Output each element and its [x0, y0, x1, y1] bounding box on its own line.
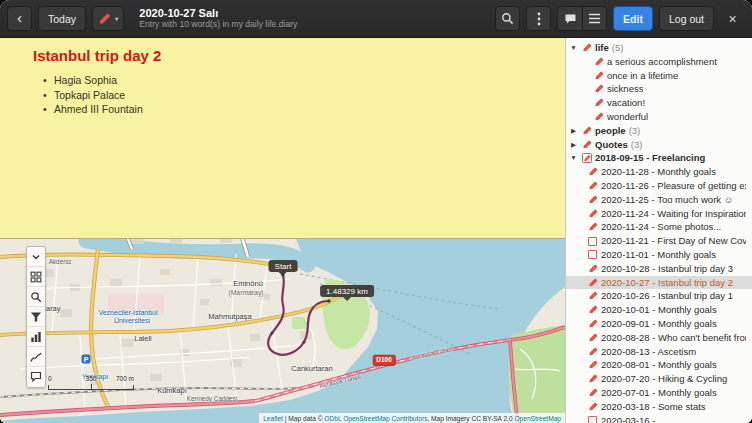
tree-row-count: (3) [631, 138, 643, 152]
tree-row-label: 2018-09-15 - Freelancing [595, 151, 705, 165]
entry-type-icon [587, 401, 598, 412]
tree-row-label: 2020-11-26 - Pleasure of getting exac... [601, 179, 746, 193]
tree-row[interactable]: 2020-10-27 - Istanbul trip day 2 [566, 276, 752, 290]
tree-row[interactable]: 2020-03-16 - ... [566, 414, 752, 423]
parking-icon: P [82, 355, 91, 364]
window-subtitle: Entry with 10 word(s) in my daily life.d… [139, 20, 297, 30]
entry-bullet-item: Ahmed III Fountain [43, 102, 549, 117]
map-panel[interactable]: AkdenizEminönü(Marmaray)MahmutpaşaVeznec… [0, 238, 565, 423]
expander-icon[interactable]: ▼ [569, 151, 578, 165]
attribution-segment[interactable]: ODbL OpenStreetMap Contributors [324, 415, 427, 422]
main-menu-button[interactable] [582, 6, 607, 31]
kebab-menu-button[interactable] [526, 6, 551, 31]
layers-grid-icon [30, 271, 42, 283]
chevron-down-icon [30, 251, 42, 263]
entry-type-icon [587, 167, 598, 178]
tree-row-label: vacation! [607, 96, 645, 110]
tree-row[interactable]: ▶ Quotes (3) [566, 138, 752, 152]
elevation-profile-button[interactable] [27, 347, 45, 367]
map-attribution: Leaflet | Map data © ODbL OpenStreetMap … [259, 413, 565, 423]
curve-icon [30, 351, 42, 363]
tree-row-label: 2020-11-24 - Waiting for Inspiration... [601, 207, 746, 221]
sidebar-tree[interactable]: ▼ life (5) a serious accomplishment once… [565, 38, 752, 423]
layers-button[interactable] [27, 267, 45, 287]
tree-row[interactable]: 2020-08-01 - Monthly goals [566, 358, 752, 372]
entry-bullet-item: Hagia Sophia [43, 73, 549, 88]
tree-row[interactable]: 2020-10-28 - Istanbul trip day 3 [566, 262, 752, 276]
entry-type-icon [587, 332, 598, 343]
attribution-segment[interactable]: Leaflet [263, 415, 283, 422]
close-window-button[interactable]: × [720, 6, 745, 31]
back-button[interactable]: ‹ [7, 6, 32, 31]
edit-label: Edit [623, 13, 643, 25]
tree-row[interactable]: sickness [566, 82, 752, 96]
search-button[interactable] [495, 6, 520, 31]
tree-row[interactable]: wonderful [566, 110, 752, 124]
speech-bubble-icon [30, 371, 42, 383]
tree-row[interactable]: 2020-11-24 - Waiting for Inspiration... [566, 207, 752, 221]
tree-row[interactable]: 2020-11-01 - Monthly goals [566, 248, 752, 262]
entry-type-icon [587, 263, 598, 274]
tree-row[interactable]: ▶ people (3) [566, 124, 752, 138]
tree-row-label: once in a lifetime [607, 69, 678, 83]
attribution-segment[interactable]: , Map Imagery CC BY-SA 2.0 [427, 415, 514, 422]
logout-button[interactable]: Log out [659, 6, 714, 31]
tree-row[interactable]: 2020-11-21 - First Day of New Covid R... [566, 234, 752, 248]
attribution-segment[interactable]: | Map data © [283, 415, 324, 422]
tree-row[interactable]: once in a lifetime [566, 69, 752, 83]
back-icon: ‹ [17, 10, 22, 25]
comment-map-button[interactable] [27, 367, 45, 387]
tree-row[interactable]: 2020-07-01 - Monthly goals [566, 386, 752, 400]
tree-row[interactable]: 2020-08-28 - Who can't benefit from ... [566, 331, 752, 345]
collapse-map-button[interactable] [27, 247, 45, 267]
left-pane: Istanbul trip day 2 Hagia SophiaTopkapi … [0, 38, 565, 423]
tree-row-label: 2020-10-01 - Monthly goals [601, 303, 717, 317]
entry-type-icon [587, 387, 598, 398]
chart-button[interactable] [27, 327, 45, 347]
tree-row-label: 2020-11-25 - Too much work ☺ [601, 193, 733, 207]
entry-type-icon [587, 305, 598, 316]
entry-type-icon [581, 153, 592, 164]
entry-type-icon [587, 346, 598, 357]
tree-row-label: 2020-03-16 - ... [601, 414, 666, 423]
today-button[interactable]: Today [38, 6, 86, 31]
tree-row[interactable]: vacation! [566, 96, 752, 110]
filter-button[interactable] [27, 307, 45, 327]
tree-row[interactable]: 2020-11-26 - Pleasure of getting exac... [566, 179, 752, 193]
tree-row[interactable]: 2020-10-26 - Istanbul trip day 1 [566, 289, 752, 303]
tree-row-count: (3) [629, 124, 641, 138]
logout-label: Log out [669, 13, 704, 25]
tree-row-label: 2020-11-01 - Monthly goals [601, 248, 716, 262]
expander-icon[interactable]: ▶ [569, 138, 578, 152]
zoom-button[interactable] [27, 287, 45, 307]
tree-row[interactable]: ▼ life (5) [566, 41, 752, 55]
entry-type-icon [581, 125, 592, 136]
tree-row[interactable]: 2020-09-01 - Monthly goals [566, 317, 752, 331]
edit-button[interactable]: Edit [613, 6, 653, 31]
bar-chart-icon [30, 331, 42, 343]
tree-row-label: 2020-08-01 - Monthly goals [601, 358, 717, 372]
tree-row-label: 2020-08-13 - Ascetism [601, 345, 696, 359]
tree-row[interactable]: 2020-11-25 - Too much work ☺ [566, 193, 752, 207]
tree-row[interactable]: 2020-11-28 - Monthly goals [566, 165, 752, 179]
comments-button[interactable] [557, 6, 582, 31]
attribution-segment[interactable]: OpenStreetMap [514, 415, 561, 422]
tree-row[interactable]: 2020-10-01 - Monthly goals [566, 303, 752, 317]
entry-text-panel[interactable]: Istanbul trip day 2 Hagia SophiaTopkapi … [0, 38, 565, 238]
entry-title: Istanbul trip day 2 [33, 47, 549, 64]
tree-row-label: 2020-08-28 - Who can't benefit from ... [601, 331, 746, 345]
tree-row-label: 2020-10-27 - Istanbul trip day 2 [601, 276, 733, 290]
comment-icon [564, 13, 577, 25]
tree-row[interactable]: 2020-03-18 - Some stats [566, 400, 752, 414]
scale-max: 700 m [116, 375, 134, 382]
expander-icon[interactable]: ▼ [569, 41, 578, 55]
tree-row[interactable]: a serious accomplishment [566, 55, 752, 69]
tree-row[interactable]: 2020-11-24 - Some photos... [566, 220, 752, 234]
expander-icon[interactable]: ▶ [569, 124, 578, 138]
scale-zero: 0 [48, 375, 52, 382]
tree-row[interactable]: ▼ 2018-09-15 - Freelancing [566, 151, 752, 165]
entry-type-icon [587, 194, 598, 205]
entry-edit-menu-button[interactable]: ▾ [92, 6, 124, 31]
tree-row[interactable]: 2020-07-20 - Hiking & Cycling [566, 372, 752, 386]
tree-row[interactable]: 2020-08-13 - Ascetism [566, 345, 752, 359]
